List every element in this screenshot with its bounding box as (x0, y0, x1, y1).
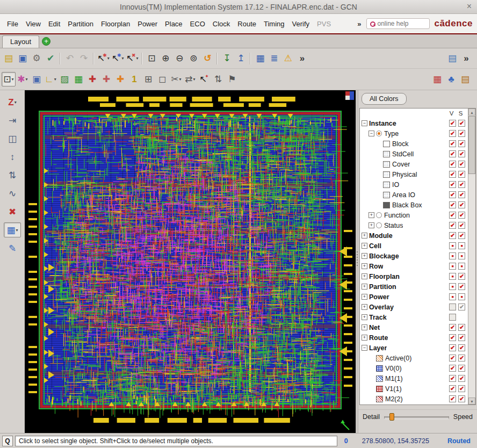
layout-canvas-area[interactable] (25, 90, 356, 433)
visibility-checkbox-m1-1[interactable]: ✔ (449, 375, 456, 382)
menu-clock[interactable]: Clock (209, 18, 234, 30)
tab-layout[interactable]: Layout (2, 35, 39, 48)
clip-tool-icon[interactable]: ⇥ (4, 113, 21, 128)
tree-row-layer[interactable]: −Layer✔✔ (360, 343, 467, 353)
visibility-checkbox-net[interactable]: ✔ (449, 324, 456, 331)
chevron-down-icon[interactable]: ▾ (54, 77, 56, 82)
grid-tool-icon[interactable]: ▦ (71, 72, 85, 86)
visibility-checkbox-io[interactable]: ✔ (449, 181, 456, 188)
chevron-down-icon[interactable]: ▾ (136, 56, 138, 61)
expand-icon[interactable]: + (362, 233, 367, 239)
tree-row-stdcell[interactable]: StdCell✔✔ (360, 149, 467, 159)
edit-select-icon[interactable]: ⊞ (141, 72, 155, 86)
world-view-icon[interactable] (345, 91, 354, 100)
expand-icon[interactable]: + (368, 222, 374, 228)
deselect-tool-icon[interactable]: ↖✱▾ (111, 51, 125, 66)
selectability-checkbox-black-box[interactable]: ✔ (458, 201, 465, 208)
menu-power[interactable]: Power (134, 18, 161, 30)
snap-grid-icon[interactable]: ▦▾ (4, 222, 21, 237)
selectability-checkbox-block[interactable]: ✔ (458, 140, 465, 147)
tree-row-function[interactable]: +Function✔✔ (360, 210, 467, 220)
tree-row-v0-0[interactable]: V0(0)✔✔ (360, 363, 467, 373)
visibility-checkbox-block[interactable]: ✔ (449, 140, 456, 147)
visibility-checkbox-status[interactable]: ✔ (449, 222, 456, 229)
visibility-checkbox-partition[interactable]: ■ (449, 283, 456, 290)
menu-eco[interactable]: ECO (186, 18, 209, 30)
tree-row-area-io[interactable]: Area IO✔✔ (360, 190, 467, 200)
visibility-checkbox-route[interactable]: ✔ (449, 334, 456, 341)
chevron-down-icon[interactable]: ▾ (16, 228, 18, 233)
tree-row-cover[interactable]: Cover✔✔ (360, 159, 467, 169)
visibility-checkbox-floorplan[interactable]: ■ (449, 273, 456, 280)
visibility-checkbox-black-box[interactable]: ✔ (449, 201, 456, 208)
pinwheel-tool-icon[interactable]: ✱▾ (16, 72, 30, 86)
search-input[interactable] (377, 20, 423, 27)
add-instance-icon[interactable]: ✚ (85, 72, 99, 86)
visibility-checkbox-power[interactable]: ■ (449, 293, 456, 300)
visibility-checkbox-cover[interactable]: ✔ (449, 161, 456, 168)
menu-overflow-icon[interactable]: » (356, 20, 362, 28)
design-config-icon[interactable]: ✔ (44, 51, 57, 66)
selectability-checkbox-stdcell[interactable]: ✔ (458, 150, 465, 157)
selectability-checkbox-partition[interactable]: ✔ (458, 283, 465, 290)
tree-row-power[interactable]: +Power■■ (360, 292, 467, 302)
visibility-checkbox-v0-0[interactable]: ✔ (449, 365, 456, 372)
selectability-checkbox-blockage[interactable]: ■ (458, 252, 465, 259)
tree-row-instance[interactable]: −Instance✔✔ (360, 118, 467, 128)
tree-row-block[interactable]: Block✔✔ (360, 139, 467, 149)
visibility-checkbox-track[interactable] (449, 314, 456, 321)
chevron-down-icon[interactable]: ▾ (122, 56, 124, 61)
hierarchy-icon[interactable]: ≣ (267, 51, 281, 66)
tree-row-v1-1[interactable]: V1(1)✔✔ (360, 384, 467, 394)
add-block-icon[interactable]: ✚ (99, 72, 113, 86)
selectability-checkbox-cover[interactable]: ✔ (458, 161, 465, 168)
collapse-icon[interactable]: − (368, 131, 374, 136)
expand-icon[interactable]: + (362, 253, 367, 259)
tree-row-module[interactable]: +Module✔✔ (360, 230, 467, 241)
scroll-up-icon[interactable]: ▲ (468, 109, 475, 115)
tree-row-type[interactable]: −Type✔✔ (360, 128, 467, 139)
detail-speed-slider[interactable] (384, 413, 449, 421)
menu-route[interactable]: Route (234, 18, 260, 30)
visibility-checkbox-physical[interactable]: ✔ (449, 171, 456, 178)
violations-warning-icon[interactable]: ⚠ (281, 51, 295, 66)
visibility-checkbox-cell[interactable]: ■ (449, 242, 456, 249)
menu-view[interactable]: View (22, 18, 45, 30)
select-box-tool-icon[interactable]: ⊡▾ (2, 72, 16, 86)
selectability-checkbox-status[interactable]: ✔ (458, 222, 465, 229)
selectability-checkbox-v0-0[interactable]: ✔ (458, 365, 465, 372)
collapse-icon[interactable]: − (362, 120, 367, 126)
tree-row-track[interactable]: +Track (360, 312, 467, 322)
visibility-checkbox-instance[interactable]: ✔ (449, 120, 456, 127)
selectability-checkbox-io[interactable]: ✔ (458, 181, 465, 188)
expand-icon[interactable]: + (362, 243, 367, 249)
chevron-down-icon[interactable]: ▾ (12, 77, 14, 82)
unselect-all-tool-icon[interactable]: ↖✖▾ (125, 51, 140, 66)
selectability-checkbox-overlay[interactable]: ✔ (458, 304, 465, 310)
tree-row-row[interactable]: +Row■■ (360, 261, 467, 271)
stretch-wire-tool-icon[interactable]: ⇄▾ (183, 72, 197, 86)
zoom-in-icon[interactable]: ⊕ (158, 51, 172, 66)
tree-row-io[interactable]: IO✔✔ (360, 179, 467, 190)
highlight-map-icon[interactable]: ▨ (57, 72, 71, 86)
zoom-fit-icon[interactable]: ⊡ (144, 51, 158, 66)
selectability-checkbox-row[interactable]: ■ (458, 263, 465, 270)
chip-layout-canvas[interactable] (25, 90, 356, 433)
expand-icon[interactable]: + (362, 335, 367, 341)
settings-gear-icon[interactable]: ⚙ (30, 51, 44, 66)
cut-wire-tool-icon[interactable]: ✂▾ (169, 72, 183, 86)
selectability-checkbox-module[interactable]: ✔ (458, 232, 465, 239)
expand-icon[interactable]: + (362, 273, 367, 279)
tree-row-black-box[interactable]: Black Box✔✔ (360, 200, 467, 210)
ruler-one-icon[interactable]: 1 (127, 72, 141, 86)
visibility-checkbox-v1-1[interactable]: ✔ (449, 385, 456, 392)
tree-row-physical[interactable]: Physical✔✔ (360, 169, 467, 179)
attach-flag-icon[interactable]: ⚑ (225, 72, 239, 86)
chevron-down-icon[interactable]: ▾ (193, 77, 196, 82)
expand-icon[interactable]: + (362, 314, 367, 320)
move-select-icon[interactable]: ↖✦ (197, 72, 211, 86)
undo-icon[interactable]: ↶ (63, 51, 77, 66)
visibility-checkbox-overlay[interactable] (449, 304, 456, 310)
menu-edit[interactable]: Edit (45, 18, 64, 30)
query-button[interactable]: Q (2, 436, 13, 446)
